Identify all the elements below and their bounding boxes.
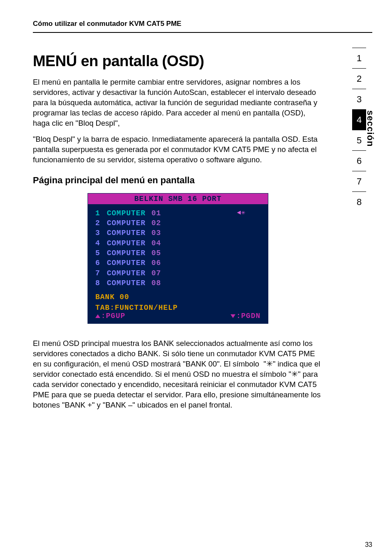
osd-row: 6 COMPUTER 06 <box>95 258 261 268</box>
section-tab-2[interactable]: 2 <box>352 68 366 89</box>
section-subhead: Página principal del menú en pantalla <box>33 175 323 186</box>
asterisk-icon: ✳ <box>266 360 273 368</box>
osd-pgdn-label: :PGDN <box>231 312 261 320</box>
osd-row-num: 01 <box>151 208 161 218</box>
osd-row-index: 5 <box>95 248 101 258</box>
osd-row-num: 08 <box>151 278 161 288</box>
osd-pgup-label: :PGUP <box>95 312 125 320</box>
intro-paragraph-2: "Bloq Despl" y la barra de espacio. Inme… <box>33 134 323 165</box>
page-number: 33 <box>365 541 372 548</box>
body-paragraph-2: El menú OSD principal muestra los BANK s… <box>33 339 323 410</box>
section-rail: 1 2 3 4 5 6 7 8 sección <box>344 48 374 212</box>
osd-row-num: 06 <box>151 258 161 268</box>
osd-row-index: 6 <box>95 258 101 268</box>
osd-row-marker-icon: ◄✳ <box>237 209 261 218</box>
osd-footer: TAB:FUNCTION/HELP :PGUP :PGDN <box>88 303 268 323</box>
osd-row: 8 COMPUTER 08 <box>95 278 261 288</box>
osd-bank-line: BANK 00 <box>88 290 268 303</box>
intro-paragraph-1: El menú en pantalla le permite cambiar e… <box>33 77 323 129</box>
triangle-up-icon <box>95 314 100 318</box>
osd-row-name: COMPUTER <box>107 248 145 258</box>
page-title: MENÚ en pantalla (OSD) <box>33 53 323 70</box>
osd-row-name: COMPUTER <box>107 218 145 228</box>
osd-row: 1 COMPUTER 01 ◄✳ <box>95 208 261 218</box>
osd-row-index: 8 <box>95 278 101 288</box>
osd-row-num: 05 <box>151 248 161 258</box>
osd-row-name: COMPUTER <box>107 258 145 268</box>
osd-title-bar: BELKIN SMB 16 PORT <box>88 194 268 204</box>
triangle-down-icon <box>231 314 235 318</box>
osd-row-name: COMPUTER <box>107 268 145 278</box>
section-tab-7[interactable]: 7 <box>352 171 366 191</box>
asterisk-icon: ✳ <box>291 370 298 378</box>
osd-row-name: COMPUTER <box>107 208 145 218</box>
section-tab-5[interactable]: 5 <box>352 130 366 150</box>
page: Cómo utilizar el conmutador KVM CAT5 PME… <box>0 0 392 560</box>
osd-list: 1 COMPUTER 01 ◄✳ 2 COMPUTER 02 3 COMPUTE… <box>88 204 268 290</box>
osd-row-name: COMPUTER <box>107 238 145 248</box>
osd-row-index: 1 <box>95 208 101 218</box>
osd-window: BELKIN SMB 16 PORT 1 COMPUTER 01 ◄✳ 2 CO… <box>88 193 268 324</box>
osd-row-name: COMPUTER <box>107 278 145 288</box>
header-breadcrumb: Cómo utilizar el conmutador KVM CAT5 PME <box>33 20 372 33</box>
osd-screenshot: BELKIN SMB 16 PORT 1 COMPUTER 01 ◄✳ 2 CO… <box>33 193 323 324</box>
osd-tab-help: TAB:FUNCTION/HELP <box>95 304 261 312</box>
section-tab-6[interactable]: 6 <box>352 150 366 171</box>
osd-row-index: 4 <box>95 238 101 248</box>
osd-row-num: 04 <box>151 238 161 248</box>
osd-row-index: 2 <box>95 218 101 228</box>
osd-row-index: 3 <box>95 228 101 238</box>
osd-row-num: 02 <box>151 218 161 228</box>
section-tab-1[interactable]: 1 <box>352 48 366 68</box>
osd-row-name: COMPUTER <box>107 228 145 238</box>
osd-row-index: 7 <box>95 268 101 278</box>
osd-row: 2 COMPUTER 02 <box>95 218 261 228</box>
section-tab-3[interactable]: 3 <box>352 89 366 109</box>
osd-row: 4 COMPUTER 04 <box>95 238 261 248</box>
osd-row: 3 COMPUTER 03 <box>95 228 261 238</box>
section-tab-8[interactable]: 8 <box>352 191 366 212</box>
osd-row-num: 03 <box>151 228 161 238</box>
section-rail-label: sección <box>365 111 376 147</box>
osd-row: 7 COMPUTER 07 <box>95 268 261 278</box>
section-tab-4[interactable]: 4 <box>352 109 366 130</box>
osd-row: 5 COMPUTER 05 <box>95 248 261 258</box>
osd-row-num: 07 <box>151 268 161 278</box>
